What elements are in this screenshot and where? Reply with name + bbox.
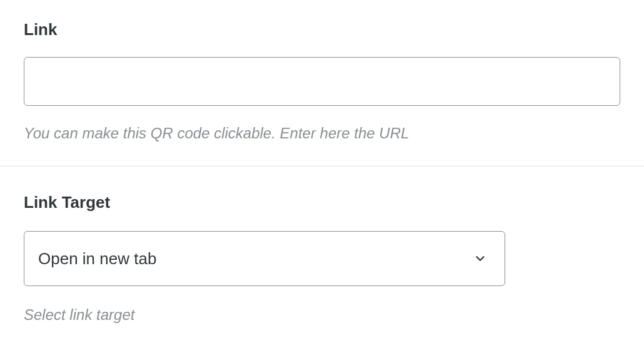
chevron-down-icon [473, 252, 487, 265]
link-target-select-wrapper: Open in new tab [24, 231, 505, 286]
link-help-text: You can make this QR code clickable. Ent… [24, 125, 620, 142]
link-target-label: Link Target [24, 193, 620, 212]
link-target-section: Link Target Open in new tab Select link … [0, 166, 644, 347]
link-target-selected-value: Open in new tab [38, 249, 156, 269]
link-input[interactable] [24, 57, 620, 106]
link-target-help-text: Select link target [24, 306, 620, 324]
link-section: Link You can make this QR code clickable… [0, 0, 644, 166]
link-target-select[interactable]: Open in new tab [24, 231, 505, 286]
link-label: Link [24, 20, 620, 39]
